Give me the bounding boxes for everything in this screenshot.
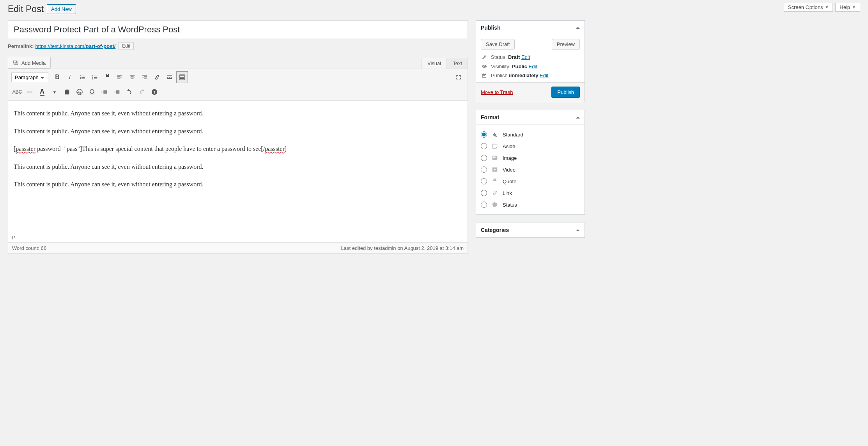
special-char-button[interactable]: Ω xyxy=(86,86,98,98)
outdent-button[interactable] xyxy=(99,86,110,98)
bullet-list-button[interactable] xyxy=(76,71,88,83)
format-box: Format StandardAsideImageVideo❝QuoteLink… xyxy=(476,110,585,215)
content-paragraph: This content is public. Anyone can see i… xyxy=(14,162,462,172)
content-paragraph: This content is public. Anyone can see i… xyxy=(14,126,462,136)
preview-button[interactable]: Preview xyxy=(552,39,580,50)
format-item-status[interactable]: Status xyxy=(481,199,580,211)
fullscreen-button[interactable] xyxy=(453,71,464,83)
move-to-trash-link[interactable]: Move to Trash xyxy=(481,89,513,95)
format-label: Aside xyxy=(503,143,515,149)
format-item-video[interactable]: Video xyxy=(481,164,580,175)
undo-button[interactable] xyxy=(124,86,135,98)
format-radio[interactable] xyxy=(481,166,487,173)
align-left-button[interactable] xyxy=(114,71,126,83)
publish-box: Publish Save Draft Preview Status: Draft… xyxy=(476,20,585,102)
help-button-toolbar[interactable]: ? xyxy=(149,86,160,98)
format-radio[interactable] xyxy=(481,131,487,138)
format-label: Video xyxy=(503,167,515,173)
italic-button[interactable]: I xyxy=(64,71,76,83)
save-draft-button[interactable]: Save Draft xyxy=(481,39,515,50)
readmore-button[interactable] xyxy=(164,71,175,83)
editor-toolbar: Paragraph B I ❝ xyxy=(8,69,468,101)
tab-visual[interactable]: Visual xyxy=(422,58,447,69)
redo-button[interactable] xyxy=(136,86,148,98)
format-radio[interactable] xyxy=(481,143,487,149)
edit-status-link[interactable]: Edit xyxy=(521,54,530,60)
add-new-button[interactable]: Add New xyxy=(47,4,76,14)
add-media-button[interactable]: Add Media xyxy=(8,57,51,69)
edit-visibility-link[interactable]: Edit xyxy=(529,64,537,69)
textcolor-picker-button[interactable]: ▼ xyxy=(49,86,60,98)
format-label: Status xyxy=(503,202,517,208)
paste-text-button[interactable] xyxy=(61,86,73,98)
kitchen-sink-button[interactable] xyxy=(176,71,188,83)
format-icon xyxy=(491,166,499,173)
publish-button[interactable]: Publish xyxy=(551,87,580,98)
permalink-label: Permalink: xyxy=(8,43,34,49)
format-label: Link xyxy=(503,190,512,196)
collapse-icon xyxy=(576,27,580,29)
format-icon: ❝ xyxy=(491,177,499,185)
tab-text[interactable]: Text xyxy=(447,58,468,69)
format-radio[interactable] xyxy=(481,202,487,208)
calendar-icon xyxy=(481,73,488,78)
format-item-image[interactable]: Image xyxy=(481,152,580,164)
chevron-down-icon: ▼ xyxy=(825,5,829,9)
permalink-row: Permalink: https://test.kinsta.com/part-… xyxy=(8,42,468,50)
quote-button[interactable]: ❝ xyxy=(101,71,113,83)
permalink-link[interactable]: https://test.kinsta.com/part-of-post/ xyxy=(35,43,115,49)
media-icon xyxy=(13,60,19,66)
svg-rect-1 xyxy=(27,92,32,92)
format-icon xyxy=(491,189,499,197)
format-item-link[interactable]: Link xyxy=(481,187,580,199)
format-item-standard[interactable]: Standard xyxy=(481,129,580,140)
align-right-button[interactable] xyxy=(139,71,151,83)
format-item-quote[interactable]: ❝Quote xyxy=(481,175,580,187)
publish-box-header[interactable]: Publish xyxy=(476,21,585,35)
format-item-aside[interactable]: Aside xyxy=(481,140,580,152)
number-list-button[interactable] xyxy=(89,71,101,83)
content-paragraph: This content is public. Anyone can see i… xyxy=(14,108,462,119)
align-center-button[interactable] xyxy=(126,71,138,83)
screen-options-button[interactable]: Screen Options ▼ xyxy=(784,3,833,12)
format-label: Quote xyxy=(503,179,516,184)
format-box-header[interactable]: Format xyxy=(476,110,585,125)
visibility-row: Visibility: Public Edit xyxy=(481,63,580,69)
strikethrough-button[interactable]: ABC xyxy=(11,86,23,98)
svg-text:?: ? xyxy=(153,90,156,94)
categories-box: Categories xyxy=(476,223,585,238)
format-select[interactable]: Paragraph xyxy=(11,73,48,82)
post-title-input[interactable] xyxy=(8,20,468,39)
edit-permalink-button[interactable]: Edit xyxy=(119,42,134,50)
format-icon xyxy=(491,154,499,162)
link-button[interactable] xyxy=(151,71,163,83)
indent-button[interactable] xyxy=(111,86,123,98)
hr-button[interactable] xyxy=(24,86,35,98)
format-label: Image xyxy=(503,155,517,161)
page-title: Edit Post xyxy=(8,4,44,14)
key-icon xyxy=(481,55,488,60)
help-button[interactable]: Help ▼ xyxy=(835,3,860,12)
collapse-icon xyxy=(576,117,580,119)
content-paragraph: This content is public. Anyone can see i… xyxy=(14,179,462,189)
content-editor[interactable]: This content is public. Anyone can see i… xyxy=(8,101,468,233)
format-radio[interactable] xyxy=(481,178,487,184)
eye-icon xyxy=(481,63,488,69)
categories-box-header[interactable]: Categories xyxy=(476,223,585,237)
word-count: Word count: 66 xyxy=(12,245,46,251)
content-paragraph: [passster password="pass"]This is super … xyxy=(14,144,462,154)
chevron-down-icon: ▼ xyxy=(852,5,856,9)
clear-formatting-button[interactable] xyxy=(74,86,85,98)
textcolor-button[interactable]: A xyxy=(36,86,48,98)
bold-button[interactable]: B xyxy=(51,71,63,83)
edit-date-link[interactable]: Edit xyxy=(540,73,548,78)
format-radio[interactable] xyxy=(481,190,487,196)
format-label: Standard xyxy=(503,132,523,138)
editor-status-bar: Word count: 66 Last edited by testadmin … xyxy=(8,242,468,254)
format-icon xyxy=(491,142,499,150)
last-edited: Last edited by testadmin on August 2, 20… xyxy=(341,245,464,251)
format-radio[interactable] xyxy=(481,155,487,161)
element-path: P xyxy=(8,233,468,242)
collapse-icon xyxy=(576,229,580,231)
format-icon xyxy=(491,131,499,138)
